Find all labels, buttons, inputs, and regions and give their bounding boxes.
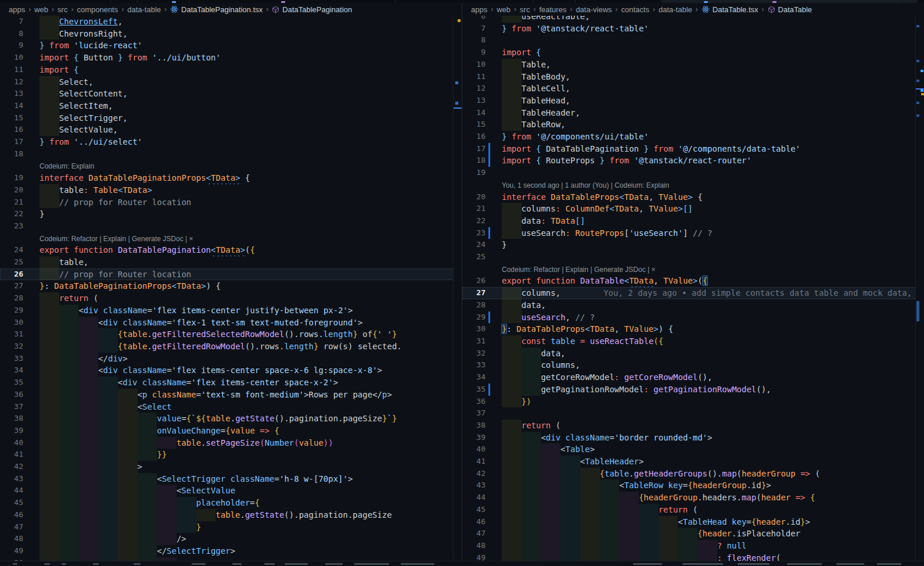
codelens-actions[interactable]: You, 1 second ago | 1 author (You) | Cod… xyxy=(502,181,669,189)
code-line[interactable]: 49: flexRender( xyxy=(462,552,924,561)
code-line[interactable]: 36}) xyxy=(462,396,924,408)
breadcrumb-item[interactable]: web xyxy=(34,5,48,14)
code-line[interactable]: 31const table = useReactTable({ xyxy=(462,335,924,348)
code-line[interactable]: 29useSearch, // ? xyxy=(462,311,924,324)
line-number[interactable]: 32 xyxy=(0,341,23,353)
line-number[interactable]: 38 xyxy=(0,413,23,425)
code-line[interactable]: 32{table.getFilteredRowModel().rows.leng… xyxy=(0,341,462,353)
line-number[interactable]: 23 xyxy=(462,227,486,239)
line-number[interactable]: 46 xyxy=(0,509,23,521)
line-number[interactable] xyxy=(0,160,23,172)
line-number[interactable]: 21 xyxy=(462,203,486,215)
git-change-bar[interactable] xyxy=(486,155,492,167)
line-number[interactable]: 25 xyxy=(0,256,23,268)
line-number[interactable]: 34 xyxy=(0,364,23,377)
line-number[interactable]: 44 xyxy=(462,492,486,504)
code-line[interactable]: 23 xyxy=(0,220,462,232)
code-line[interactable]: 15SelectTrigger, xyxy=(0,112,462,124)
code-line[interactable]: 10import { Button } from '../ui/button' xyxy=(0,52,462,64)
code-line[interactable]: 24} xyxy=(462,239,924,251)
code-line[interactable]: 25 xyxy=(462,251,924,263)
line-number[interactable]: 45 xyxy=(0,497,23,509)
line-number[interactable]: 45 xyxy=(462,504,486,516)
breadcrumb-item[interactable]: apps xyxy=(9,5,25,14)
code-line[interactable]: 8ChevronsRight, xyxy=(0,28,462,40)
code-line[interactable]: 31{table.getFilteredSelectedRowModel().r… xyxy=(0,328,462,341)
code-line[interactable]: 13SelectContent, xyxy=(0,88,462,100)
line-number[interactable]: 36 xyxy=(0,389,23,401)
line-number[interactable]: 43 xyxy=(0,473,23,485)
line-number[interactable]: 24 xyxy=(462,239,486,251)
line-number[interactable]: 12 xyxy=(0,76,23,88)
editor-left[interactable]: 7ChevronsLeft,8ChevronsRight,9} from 'lu… xyxy=(0,16,462,561)
line-number[interactable]: 26 xyxy=(0,268,23,281)
code-line[interactable]: 27}: DataTablePaginationProps<TData>) { xyxy=(0,280,462,292)
code-line[interactable]: 47{header.isPlaceholder xyxy=(462,528,924,540)
code-line[interactable]: 11TableBody, xyxy=(462,71,924,83)
line-number[interactable]: 48 xyxy=(462,540,486,552)
line-number[interactable]: 23 xyxy=(0,220,23,232)
code-line[interactable]: 39<div className='border rounded-md'> xyxy=(462,432,924,444)
line-number[interactable]: 16 xyxy=(462,131,486,143)
code-line[interactable]: 45return ( xyxy=(462,504,924,516)
line-number[interactable]: 30 xyxy=(0,317,23,329)
codelens-row[interactable]: Codeium: Refactor | Explain | Generate J… xyxy=(462,263,924,275)
line-number[interactable]: 20 xyxy=(0,184,23,196)
line-number[interactable]: 49 xyxy=(0,545,23,557)
code-line[interactable]: 37<Select xyxy=(0,401,462,413)
code-line[interactable]: 12TableCell, xyxy=(462,83,924,95)
breadcrumb[interactable]: apps›web›src›components›data-table›DataT… xyxy=(0,3,462,16)
breadcrumb[interactable]: apps›web›src›features›data-views›contact… xyxy=(462,3,924,16)
breadcrumb-file[interactable]: DataTablePagination.tsx xyxy=(181,5,263,14)
code-line[interactable]: 47} xyxy=(0,521,462,533)
code-line[interactable]: 23useSearch: RouteProps['useSearch'] // … xyxy=(462,227,924,239)
line-number[interactable]: 49 xyxy=(462,552,486,561)
code-line[interactable]: 24export function DataTablePagination<TD… xyxy=(0,244,462,256)
code-line[interactable]: 6useReactTable, xyxy=(462,16,924,23)
line-number[interactable]: 9 xyxy=(462,46,486,59)
line-number[interactable]: 10 xyxy=(462,59,486,71)
breadcrumb-item[interactable]: contacts xyxy=(621,5,649,14)
line-number[interactable]: 47 xyxy=(0,521,23,533)
line-number[interactable]: 40 xyxy=(462,443,486,456)
line-number[interactable]: 7 xyxy=(0,16,23,28)
code-line[interactable]: 43<TableRow key={headerGroup.id}> xyxy=(462,479,924,492)
line-number[interactable]: 35 xyxy=(462,384,486,396)
line-number[interactable]: 37 xyxy=(462,407,486,420)
code-line[interactable]: 34<div className='flex items-center spac… xyxy=(0,364,462,377)
line-number[interactable] xyxy=(462,179,486,191)
overview-ruler[interactable] xyxy=(453,16,462,561)
line-number[interactable]: 37 xyxy=(0,401,23,413)
breadcrumb-file[interactable]: DataTable.tsx xyxy=(713,5,758,14)
code-line[interactable]: 10Table, xyxy=(462,59,924,71)
code-line[interactable]: 7} from '@tanstack/react-table' xyxy=(462,23,924,35)
line-number[interactable]: 28 xyxy=(0,292,23,305)
breadcrumb-item[interactable]: components xyxy=(77,5,118,14)
code-line[interactable]: 46table.getState().pagination.pageSize xyxy=(0,509,462,521)
line-number[interactable]: 36 xyxy=(462,396,486,408)
code-line[interactable]: 49</SelectTrigger> xyxy=(0,545,462,557)
code-line[interactable]: 18 xyxy=(0,148,462,160)
line-number[interactable]: 13 xyxy=(0,88,23,100)
line-number[interactable]: 18 xyxy=(0,148,23,160)
line-number[interactable]: 11 xyxy=(462,71,486,83)
code-line[interactable]: 20interface DataTableProps<TData, TValue… xyxy=(462,191,924,203)
line-number[interactable]: 8 xyxy=(0,28,23,40)
code-line[interactable]: 48? null xyxy=(462,540,924,552)
breadcrumb-item[interactable]: src xyxy=(520,5,530,14)
line-number[interactable]: 41 xyxy=(462,456,486,468)
status-bar[interactable] xyxy=(0,561,924,566)
code-line[interactable]: 38value={`${table.getState().pagination.… xyxy=(0,413,462,425)
line-number[interactable]: 39 xyxy=(0,425,23,437)
code-line[interactable]: 15TableRow, xyxy=(462,119,924,131)
line-number[interactable]: 18 xyxy=(462,155,486,167)
line-number[interactable]: 25 xyxy=(462,251,486,263)
breadcrumb-item[interactable]: apps xyxy=(471,5,487,14)
line-number[interactable]: 8 xyxy=(462,34,486,46)
code-line[interactable]: 42> xyxy=(0,461,462,473)
editor-right[interactable]: 6useReactTable,7} from '@tanstack/react-… xyxy=(462,16,924,561)
code-line[interactable]: 45placeholder={ xyxy=(0,497,462,509)
code-line[interactable]: 32data, xyxy=(462,348,924,360)
code-line[interactable]: 44<SelectValue xyxy=(0,485,462,497)
line-number[interactable]: 27 xyxy=(0,280,23,292)
